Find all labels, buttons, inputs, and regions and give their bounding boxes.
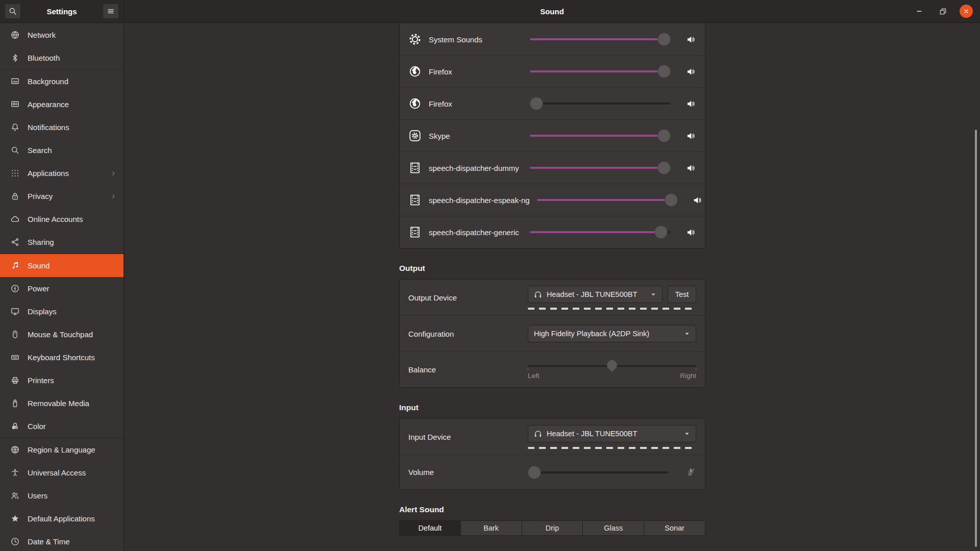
- mixer-row-system-sounds: System Sounds: [400, 23, 705, 55]
- sidebar-item-background[interactable]: Background: [0, 70, 124, 93]
- test-button[interactable]: Test: [668, 286, 696, 303]
- input-device-dropdown[interactable]: Headset - JBL TUNE500BT: [528, 425, 696, 442]
- sidebar-item-applications[interactable]: Applications: [0, 162, 124, 185]
- slider-knob[interactable]: [657, 33, 671, 46]
- output-card: Output Device Headset - JBL TUNE500BT Te…: [399, 279, 705, 388]
- headphones-icon: [534, 430, 542, 438]
- sidebar-item-removable-media[interactable]: Removable Media: [0, 392, 124, 415]
- content-area: System SoundsFirefoxFirefoxSkypespeech-d…: [125, 23, 980, 551]
- sidebar-item-privacy[interactable]: Privacy: [0, 185, 124, 208]
- output-level-indicator: [528, 308, 696, 310]
- sidebar-item-label: Privacy: [28, 192, 103, 201]
- slider-track[interactable]: [528, 471, 669, 473]
- mixer-app-name: Firefox: [429, 67, 523, 76]
- sidebar-item-color[interactable]: Color: [0, 415, 124, 438]
- alert-sound-option-bark[interactable]: Bark: [461, 520, 522, 536]
- sidebar-item-label: Notifications: [28, 123, 116, 132]
- minimize-button[interactable]: [913, 5, 926, 18]
- headerbar-right: Sound: [124, 0, 980, 22]
- cloud-icon: [11, 215, 20, 224]
- film-app-icon: [408, 193, 422, 207]
- balance-slider[interactable]: Left Right: [528, 359, 696, 381]
- color-icon: [11, 422, 20, 431]
- input-volume-label: Volume: [408, 468, 528, 477]
- sidebar-item-printers[interactable]: Printers: [0, 369, 124, 392]
- speaker-volume-icon: [685, 66, 696, 77]
- sidebar-item-users[interactable]: Users: [0, 484, 124, 507]
- notifications-bell-icon: [11, 123, 20, 132]
- slider-knob[interactable]: [528, 466, 541, 479]
- alert-sound-option-glass[interactable]: Glass: [583, 520, 644, 536]
- close-icon: [963, 8, 970, 15]
- volume-slider-speech-dispatcher-generic[interactable]: [530, 226, 671, 239]
- film-app-icon: [408, 161, 422, 174]
- slider-knob[interactable]: [654, 226, 668, 239]
- alert-sound-option-drip[interactable]: Drip: [522, 520, 583, 536]
- slider-knob[interactable]: [657, 65, 671, 78]
- film-app-icon: [408, 226, 422, 239]
- sidebar-item-label: Date & Time: [28, 537, 116, 546]
- slider-track[interactable]: [530, 103, 671, 105]
- sidebar-item-date-time[interactable]: Date & Time: [0, 530, 124, 551]
- menu-button[interactable]: [103, 4, 119, 19]
- volume-slider-speech-dispatcher-espeak-ng[interactable]: [537, 193, 678, 207]
- removable-media-icon: [11, 399, 20, 408]
- sidebar-item-region-language[interactable]: Region & Language: [0, 438, 124, 461]
- volume-slider-system-sounds[interactable]: [530, 33, 671, 46]
- close-button[interactable]: [960, 5, 973, 18]
- sound-note-icon: [11, 261, 20, 270]
- slider-knob[interactable]: [530, 97, 543, 110]
- slider-fill: [530, 38, 671, 40]
- sidebar-item-notifications[interactable]: Notifications: [0, 116, 124, 139]
- speaker-volume-icon: [685, 227, 696, 238]
- sidebar-item-label: Removable Media: [28, 399, 116, 408]
- network-globe-icon: [11, 31, 20, 40]
- volume-slider-speech-dispatcher-dummy[interactable]: [530, 161, 671, 174]
- search-button[interactable]: [5, 4, 21, 19]
- sidebar-item-label: Color: [28, 422, 116, 431]
- slider-knob[interactable]: [657, 161, 671, 174]
- alert-sound-option-sonar[interactable]: Sonar: [644, 520, 705, 536]
- sidebar-item-power[interactable]: Power: [0, 277, 124, 300]
- sidebar-item-keyboard-shortcuts[interactable]: Keyboard Shortcuts: [0, 346, 124, 369]
- search-icon: [9, 7, 17, 15]
- sidebar-item-sound[interactable]: Sound: [0, 254, 124, 277]
- output-device-label: Output Device: [408, 293, 528, 302]
- sidebar-item-sharing[interactable]: Sharing: [0, 231, 124, 254]
- sidebar-item-online-accounts[interactable]: Online Accounts: [0, 208, 124, 231]
- alert-sound-buttons: DefaultBarkDripGlassSonar: [399, 520, 705, 536]
- sidebar-item-label: Appearance: [28, 100, 116, 109]
- configuration-dropdown[interactable]: High Fidelity Playback (A2DP Sink): [528, 325, 696, 342]
- mixer-row-firefox: Firefox: [400, 56, 705, 87]
- sidebar-item-network[interactable]: Network: [0, 23, 124, 46]
- alert-sound-heading: Alert Sound: [399, 505, 705, 514]
- balance-row: Balance Left Right: [400, 352, 705, 387]
- sidebar-item-bluetooth[interactable]: Bluetooth: [0, 46, 124, 69]
- volume-slider-firefox[interactable]: [530, 65, 671, 78]
- sidebar-item-label: Online Accounts: [28, 215, 116, 223]
- balance-slider-knob[interactable]: [604, 357, 620, 372]
- sidebar-item-displays[interactable]: Displays: [0, 300, 124, 323]
- slider-knob[interactable]: [657, 129, 671, 142]
- volume-slider-firefox[interactable]: [530, 97, 671, 110]
- sidebar-item-search[interactable]: Search: [0, 139, 124, 162]
- sidebar-item-universal-access[interactable]: Universal Access: [0, 461, 124, 484]
- volume-slider-skype[interactable]: [530, 129, 671, 142]
- hamburger-icon: [107, 7, 115, 15]
- slider-knob[interactable]: [665, 193, 678, 207]
- chevron-down-icon: [684, 431, 690, 437]
- minimize-icon: [915, 7, 923, 15]
- alert-sound-option-default[interactable]: Default: [399, 520, 461, 536]
- sidebar-item-default-applications[interactable]: Default Applications: [0, 507, 124, 530]
- mixer-row-speech-dispatcher-dummy: speech-dispatcher-dummy: [400, 152, 705, 184]
- input-volume-slider[interactable]: [528, 466, 669, 479]
- sidebar-item-label: Sharing: [28, 238, 116, 246]
- speaker-volume-icon: [685, 131, 696, 141]
- output-device-dropdown[interactable]: Headset - JBL TUNE500BT: [528, 286, 663, 303]
- applications-grid-icon: [11, 169, 20, 178]
- sidebar-item-appearance[interactable]: Appearance: [0, 93, 124, 116]
- mixer-row-skype: Skype: [400, 120, 705, 152]
- sidebar-item-mouse-touchpad[interactable]: Mouse & Touchpad: [0, 323, 124, 346]
- scrollbar-thumb[interactable]: [975, 130, 977, 547]
- restore-button[interactable]: [936, 5, 949, 18]
